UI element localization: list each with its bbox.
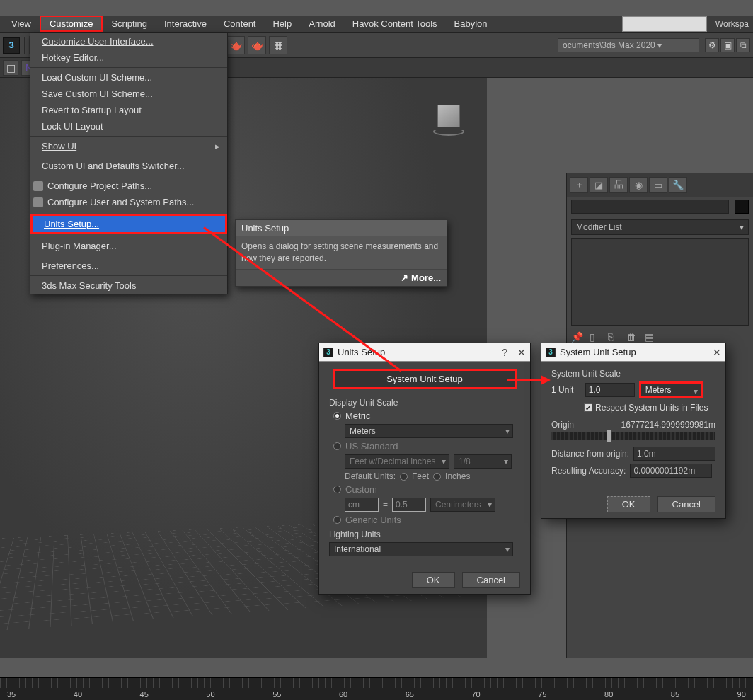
menu-view[interactable]: View bbox=[3, 17, 40, 30]
metric-radio-row[interactable]: Metric bbox=[333, 411, 520, 421]
origin-slider[interactable] bbox=[551, 432, 715, 440]
menu-help[interactable]: Help bbox=[264, 17, 300, 30]
menu-arnold[interactable]: Arnold bbox=[300, 17, 344, 30]
menu-interactive[interactable]: Interactive bbox=[156, 17, 215, 30]
generic-radio[interactable] bbox=[333, 516, 341, 524]
feet-label: Feet bbox=[412, 471, 429, 481]
accuracy-label: Resulting Accuracy: bbox=[551, 466, 626, 476]
menu-units-setup[interactable]: Units Setup... bbox=[30, 214, 227, 234]
tooltip-more-link[interactable]: More... bbox=[236, 269, 447, 286]
unit-type-select[interactable]: Meters bbox=[639, 381, 703, 398]
help-button[interactable]: ? bbox=[502, 347, 507, 358]
timeline-labels: 354045 505560 657075 808590 bbox=[0, 690, 753, 699]
close-button[interactable]: ✕ bbox=[517, 347, 526, 358]
respect-units-label: Respect System Units in Files bbox=[595, 403, 708, 413]
units-setup-dialog: 3 Units Setup ? ✕ System Unit Setup Disp… bbox=[318, 343, 531, 595]
modifier-list-dropdown[interactable]: Modifier List▾ bbox=[571, 219, 749, 235]
utilities-tab-icon[interactable]: 🔧 bbox=[669, 177, 687, 193]
menu-customize-ui[interactable]: Customize User Interface... bbox=[30, 33, 227, 50]
us-radio[interactable] bbox=[333, 442, 341, 450]
menu-scripting[interactable]: Scripting bbox=[103, 17, 156, 30]
viewcube-icon[interactable] bbox=[432, 102, 466, 136]
lighting-units-label: Lighting Units bbox=[329, 529, 520, 539]
generic-radio-row[interactable]: Generic Units bbox=[333, 515, 520, 525]
account-box[interactable] bbox=[622, 16, 707, 32]
menu-lock-ui[interactable]: Lock UI Layout bbox=[30, 118, 227, 134]
inches-radio[interactable] bbox=[433, 473, 441, 481]
customize-dropdown-menu: Customize User Interface... Hotkey Edito… bbox=[30, 33, 228, 294]
us-fraction-select[interactable]: 1/8 bbox=[454, 454, 512, 469]
lighting-units-select[interactable]: International bbox=[329, 542, 513, 556]
units-ok-button[interactable]: OK bbox=[412, 572, 455, 588]
custom-label: Custom bbox=[345, 484, 377, 495]
modifier-stack[interactable] bbox=[571, 238, 749, 326]
create-tab-icon[interactable]: ＋ bbox=[570, 177, 588, 193]
command-panel-tabs: ＋ ◪ 品 ◉ ▭ 🔧 bbox=[567, 173, 753, 197]
menu-babylon[interactable]: Babylon bbox=[446, 17, 496, 30]
motion-tab-icon[interactable]: ◉ bbox=[629, 177, 648, 193]
units-cancel-button[interactable]: Cancel bbox=[462, 572, 520, 588]
account-area: Workspa bbox=[622, 16, 753, 33]
menu-configure-system-paths[interactable]: Configure User and System Paths... bbox=[30, 194, 227, 210]
custom-unit-select[interactable]: Centimeters bbox=[430, 498, 495, 512]
menu-content[interactable]: Content bbox=[215, 17, 265, 30]
custom-radio[interactable] bbox=[333, 486, 341, 493]
app-icon: 3 bbox=[323, 348, 333, 357]
app-icon: 3 bbox=[546, 348, 556, 357]
close-button[interactable]: ✕ bbox=[713, 347, 721, 358]
system-unit-ok-button[interactable]: OK bbox=[607, 496, 650, 512]
system-unit-cancel-button[interactable]: Cancel bbox=[657, 496, 715, 512]
menu-plugin-manager[interactable]: Plug-in Manager... bbox=[30, 238, 227, 254]
hierarchy-tab-icon[interactable]: 品 bbox=[609, 177, 628, 193]
tooltip-title: Units Setup bbox=[236, 220, 447, 236]
menu-revert-startup[interactable]: Revert to Startup Layout bbox=[30, 102, 227, 118]
one-unit-label: 1 Unit = bbox=[551, 385, 581, 395]
toolbar2-btn-1[interactable]: ◫ bbox=[3, 60, 18, 76]
custom-value-input[interactable] bbox=[392, 498, 426, 512]
distance-label: Distance from origin: bbox=[551, 449, 629, 459]
menu-show-ui[interactable]: Show UI▸ bbox=[30, 138, 227, 154]
display-tab-icon[interactable]: ▭ bbox=[649, 177, 667, 193]
toolbar-btn-grid-icon[interactable]: ▦ bbox=[269, 36, 287, 54]
copy-icon[interactable]: ⧉ bbox=[736, 38, 750, 52]
custom-unit-input[interactable] bbox=[345, 498, 379, 512]
origin-label: Origin bbox=[551, 420, 574, 430]
unit-value-input[interactable] bbox=[585, 383, 635, 397]
menu-havok[interactable]: Havok Content Tools bbox=[344, 17, 446, 30]
distance-value[interactable] bbox=[633, 447, 715, 461]
feet-radio[interactable] bbox=[400, 473, 408, 481]
menu-load-ui-scheme[interactable]: Load Custom UI Scheme... bbox=[30, 69, 227, 86]
teapot-icon-4[interactable]: 🫖 bbox=[248, 36, 266, 54]
menu-configure-project-paths[interactable]: Configure Project Paths... bbox=[30, 178, 227, 194]
display-unit-scale-label: Display Unit Scale bbox=[329, 398, 520, 408]
modifier-list-label: Modifier List bbox=[576, 222, 622, 232]
menu-customize[interactable]: Customize bbox=[40, 16, 103, 32]
annotation-arrowhead-2 bbox=[541, 375, 551, 385]
menu-security-tools[interactable]: 3ds Max Security Tools bbox=[30, 277, 227, 294]
app-logo-icon[interactable]: 3 bbox=[3, 37, 20, 54]
timeline[interactable]: 354045 505560 657075 808590 bbox=[0, 677, 753, 700]
object-name-input[interactable] bbox=[571, 200, 729, 214]
menu-preferences[interactable]: Preferences... bbox=[30, 258, 227, 274]
respect-units-checkbox[interactable]: ✔ bbox=[584, 403, 592, 412]
metric-radio[interactable] bbox=[333, 412, 341, 420]
modify-tab-icon[interactable]: ◪ bbox=[590, 177, 608, 193]
menu-save-ui-scheme[interactable]: Save Custom UI Scheme... bbox=[30, 86, 227, 102]
teapot-icon-3[interactable]: 🫖 bbox=[226, 36, 245, 54]
layer-icon[interactable]: ▣ bbox=[720, 38, 735, 52]
menu-hotkey-editor[interactable]: Hotkey Editor... bbox=[30, 50, 227, 66]
units-setup-titlebar[interactable]: 3 Units Setup ? ✕ bbox=[319, 343, 530, 362]
custom-radio-row[interactable]: Custom bbox=[333, 484, 520, 495]
menu-defaults-switcher[interactable]: Custom UI and Defaults Switcher... bbox=[30, 158, 227, 174]
gear-icon[interactable]: ⚙ bbox=[705, 38, 719, 52]
system-unit-setup-button[interactable]: System Unit Setup bbox=[333, 369, 517, 389]
object-color-swatch[interactable] bbox=[735, 200, 749, 214]
default-units-label: Default Units: bbox=[345, 471, 396, 481]
us-radio-row[interactable]: US Standard bbox=[333, 441, 520, 452]
system-unit-titlebar[interactable]: 3 System Unit Setup ✕ bbox=[541, 343, 725, 362]
project-path-dropdown[interactable]: ocuments\3ds Max 2020 ▾ bbox=[558, 38, 699, 52]
metric-select[interactable]: Meters bbox=[345, 424, 513, 438]
origin-value: 16777214.9999999981m bbox=[621, 420, 715, 430]
workspace-label[interactable]: Workspa bbox=[711, 19, 753, 29]
us-type-select[interactable]: Feet w/Decimal Inches bbox=[345, 454, 449, 469]
